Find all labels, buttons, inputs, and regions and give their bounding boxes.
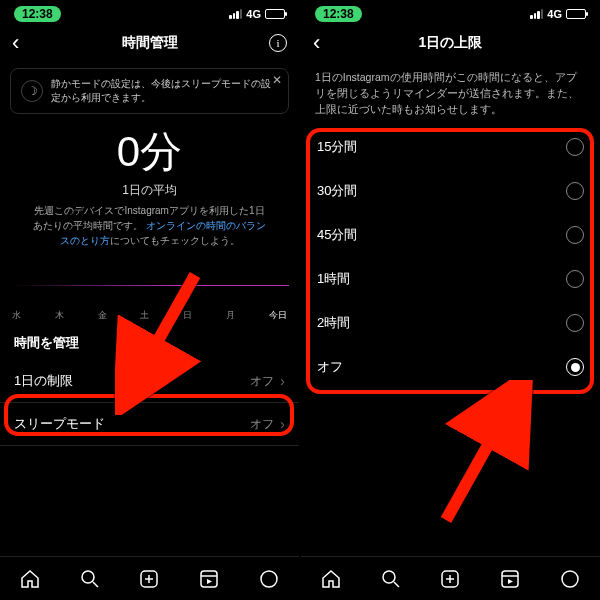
battery-icon (566, 9, 586, 19)
info-icon[interactable]: i (269, 34, 287, 52)
usage-chart: 水 木 金 土 日 月 今日 (10, 267, 289, 322)
add-tab-icon[interactable] (440, 569, 460, 589)
reels-tab-icon[interactable] (199, 569, 219, 589)
annotation-arrow (431, 380, 551, 544)
chart-days: 水 木 金 土 日 月 今日 (10, 309, 289, 322)
annotation-highlight (306, 128, 594, 394)
svg-line-3 (93, 582, 98, 587)
search-tab-icon[interactable] (80, 569, 100, 589)
description-text: 1日のInstagramの使用時間がこの時間になると、アプリを閉じるようリマイン… (301, 62, 600, 125)
average-label: 1日の平均 (0, 182, 299, 199)
home-tab-icon[interactable] (321, 569, 341, 589)
signal-bars-icon (229, 9, 242, 19)
network-label: 4G (547, 8, 562, 20)
moon-icon: ☽ (21, 80, 43, 102)
search-tab-icon[interactable] (381, 569, 401, 589)
status-right: 4G (530, 8, 586, 20)
svg-rect-7 (201, 571, 217, 587)
network-label: 4G (246, 8, 261, 20)
page-title: 1日の上限 (419, 34, 483, 52)
page-title: 時間管理 (122, 34, 178, 52)
profile-tab-icon[interactable] (259, 569, 279, 589)
banner-text: 静かモードの設定は、今後はスリープモードの設定から利用できます。 (51, 77, 278, 105)
svg-rect-17 (502, 571, 518, 587)
annotation-highlight (4, 394, 294, 436)
usage-number: 0分 (0, 124, 299, 180)
tab-bar (0, 556, 299, 600)
svg-line-11 (446, 395, 516, 520)
svg-point-9 (261, 571, 277, 587)
chevron-right-icon: › (280, 373, 285, 389)
signal-bars-icon (530, 9, 543, 19)
chart-line (10, 285, 289, 286)
daily-limit-label: 1日の制限 (14, 372, 73, 390)
svg-point-12 (383, 571, 395, 583)
status-bar: 12:38 4G (301, 0, 600, 24)
nav-bar: ‹ 時間管理 i (0, 24, 299, 62)
battery-icon (265, 9, 285, 19)
phone-left: 12:38 4G ‹ 時間管理 i ☽ 静かモードの設定は、今後はスリープモード… (0, 0, 299, 600)
tab-bar (301, 556, 600, 600)
status-right: 4G (229, 8, 285, 20)
status-time: 12:38 (14, 6, 61, 22)
status-bar: 12:38 4G (0, 0, 299, 24)
nav-bar: ‹ 1日の上限 (301, 24, 600, 62)
svg-point-19 (562, 571, 578, 587)
svg-line-13 (394, 582, 399, 587)
back-button[interactable]: ‹ (12, 32, 19, 54)
daily-limit-value: オフ (250, 373, 274, 390)
back-button[interactable]: ‹ (313, 32, 320, 54)
info-banner: ☽ 静かモードの設定は、今後はスリープモードの設定から利用できます。 ✕ (10, 68, 289, 114)
close-icon[interactable]: ✕ (272, 73, 282, 87)
home-tab-icon[interactable] (20, 569, 40, 589)
section-title-manage: 時間を管理 (0, 322, 299, 360)
average-description: 先週このデバイスでInstagramアプリを利用した1日あたりの平均時間です。 … (0, 199, 299, 252)
reels-tab-icon[interactable] (500, 569, 520, 589)
svg-point-2 (82, 571, 94, 583)
profile-tab-icon[interactable] (560, 569, 580, 589)
phone-right: 12:38 4G ‹ 1日の上限 1日のInstagramの使用時間がこの時間に… (301, 0, 600, 600)
status-time: 12:38 (315, 6, 362, 22)
add-tab-icon[interactable] (139, 569, 159, 589)
